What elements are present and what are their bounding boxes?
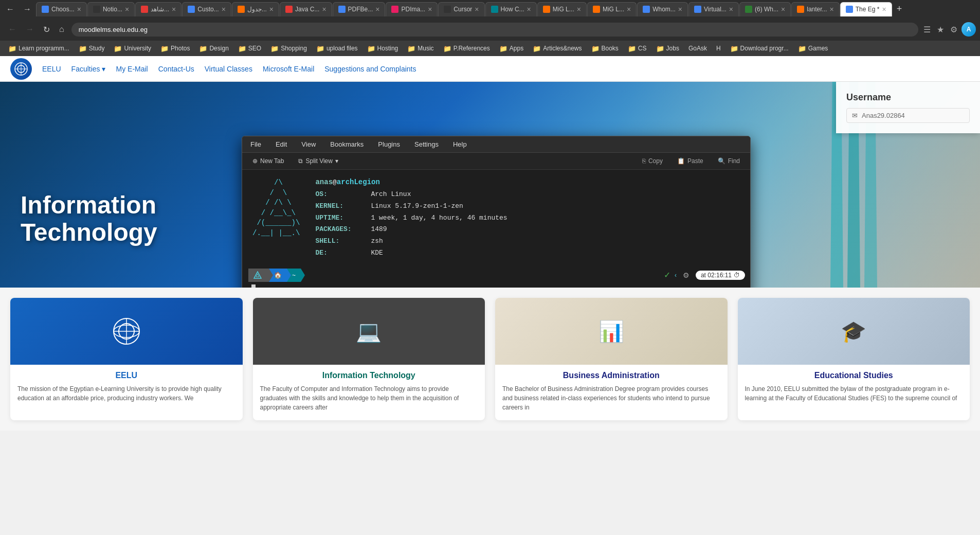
hero-title-line2: Technology bbox=[21, 219, 157, 246]
terminal-menu-view[interactable]: View bbox=[299, 139, 318, 149]
tab-3-close[interactable]: × bbox=[172, 5, 176, 13]
terminal-menu-edit[interactable]: Edit bbox=[274, 139, 289, 149]
nav-eelu[interactable]: EELU bbox=[42, 65, 61, 73]
settings-icon[interactable]: ⚙ bbox=[948, 22, 959, 37]
nav-email[interactable]: My E-Mail bbox=[116, 65, 148, 73]
back-button[interactable]: ← bbox=[4, 23, 21, 37]
tab-1-close[interactable]: × bbox=[77, 5, 81, 13]
paste-button[interactable]: 📋 Paste bbox=[673, 156, 707, 166]
tab-5-close[interactable]: × bbox=[269, 5, 274, 13]
nav-contact[interactable]: Contact-Us bbox=[158, 65, 194, 73]
terminal-input-line[interactable] bbox=[248, 284, 750, 288]
tab-10-close[interactable]: × bbox=[527, 5, 531, 13]
tab-9[interactable]: Cursor × bbox=[438, 2, 484, 16]
tab-12-close[interactable]: × bbox=[627, 5, 631, 13]
bm-music[interactable]: 📁 Music bbox=[403, 43, 438, 54]
bm-shopping[interactable]: 📁 Shopping bbox=[266, 43, 311, 54]
tab-9-close[interactable]: × bbox=[475, 5, 479, 13]
terminal-menu-settings[interactable]: Settings bbox=[412, 139, 441, 149]
tab-7-close[interactable]: × bbox=[375, 5, 379, 13]
reload-button[interactable]: ↻ bbox=[39, 23, 54, 37]
bm-learn[interactable]: 📁 Learn programm... bbox=[4, 43, 74, 54]
toolbar-icons: ☰ ★ ⚙ A bbox=[921, 22, 976, 37]
tab-17-active[interactable]: The Eg * × bbox=[840, 2, 892, 16]
new-tab-button[interactable]: + bbox=[893, 3, 906, 15]
tab-16[interactable]: lanter... × bbox=[791, 2, 840, 16]
tab-6[interactable]: Java C... × bbox=[280, 2, 332, 16]
tab-14[interactable]: Virtual... × bbox=[688, 2, 739, 16]
tab-4-close[interactable]: × bbox=[222, 5, 226, 13]
terminal-menu-file[interactable]: File bbox=[248, 139, 263, 149]
terminal-menu-bookmarks[interactable]: Bookmarks bbox=[328, 139, 366, 149]
tab-2-close[interactable]: × bbox=[125, 5, 129, 13]
bm-hosting[interactable]: 📁 Hosting bbox=[363, 43, 403, 54]
card-es-title[interactable]: Educational Studies bbox=[738, 371, 970, 380]
card-eelu-title[interactable]: EELU bbox=[10, 371, 243, 380]
sysinfo-shell: SHELL: zsh bbox=[315, 236, 740, 247]
bm-books[interactable]: 📁 Books bbox=[587, 43, 623, 54]
gear-icon[interactable]: ⚙ bbox=[681, 269, 692, 281]
tab-16-close[interactable]: × bbox=[830, 5, 834, 13]
tab-2[interactable]: Notio... × bbox=[87, 2, 135, 16]
card-it-title[interactable]: Information Technology bbox=[253, 371, 485, 380]
forward-button[interactable]: → bbox=[22, 23, 38, 37]
bm-h[interactable]: H bbox=[712, 43, 725, 53]
tab-7[interactable]: PDFBe... × bbox=[333, 2, 386, 16]
browser-forward-btn[interactable]: → bbox=[19, 3, 35, 16]
bm-university[interactable]: 📁 University bbox=[110, 43, 155, 54]
find-button[interactable]: 🔍 Find bbox=[714, 156, 744, 166]
tab-4[interactable]: Custo... × bbox=[182, 2, 231, 16]
bm-study[interactable]: 📁 Study bbox=[75, 43, 109, 54]
star-icon[interactable]: ★ bbox=[935, 22, 946, 37]
terminal-menu-help[interactable]: Help bbox=[451, 139, 469, 149]
home-button[interactable]: ⌂ bbox=[55, 23, 68, 37]
copy-button[interactable]: ⎘ Copy bbox=[638, 156, 667, 166]
extensions-icon[interactable]: ☰ bbox=[921, 22, 933, 37]
bm-games[interactable]: 📁 Games bbox=[794, 43, 832, 54]
browser-back-btn[interactable]: ← bbox=[2, 3, 19, 16]
terminal-prompt-area[interactable]: 🏠 ~ ✓ ‹ ⚙ at 02:16:11 ⏱ bbox=[242, 268, 750, 288]
bm-design[interactable]: 📁 Design bbox=[195, 43, 232, 54]
split-view-button[interactable]: ⧉ Split View ▾ bbox=[294, 156, 342, 166]
tab-11-close[interactable]: × bbox=[577, 5, 581, 13]
main-content: Information Technology Username ✉ Anas29… bbox=[0, 82, 980, 431]
tab-6-close[interactable]: × bbox=[322, 5, 326, 13]
tab-14-close[interactable]: × bbox=[729, 5, 733, 13]
bm-goask[interactable]: GoAsk bbox=[684, 43, 711, 53]
bm-jobs[interactable]: 📁 Jobs bbox=[652, 43, 683, 54]
tab-13-close[interactable]: × bbox=[678, 5, 682, 13]
tab-13[interactable]: Whom... × bbox=[637, 2, 688, 16]
bm-upload[interactable]: 📁 upload files bbox=[312, 43, 362, 54]
login-username-field[interactable]: ✉ Anas29.02864 bbox=[846, 108, 970, 123]
bm-university-icon: 📁 bbox=[114, 45, 122, 52]
bm-apps[interactable]: 📁 Apps bbox=[495, 43, 528, 54]
bm-photos[interactable]: 📁 Photos bbox=[156, 43, 194, 54]
bm-seo[interactable]: 📁 SEO bbox=[234, 43, 265, 54]
url-input[interactable] bbox=[71, 23, 918, 37]
tab-10[interactable]: How C... × bbox=[485, 2, 537, 16]
tab-8[interactable]: PDIma... × bbox=[386, 2, 438, 16]
tab-15-close[interactable]: × bbox=[781, 5, 785, 13]
tab-12[interactable]: MiG L... × bbox=[587, 2, 637, 16]
profile-avatar[interactable]: A bbox=[961, 22, 976, 37]
tab-3[interactable]: شاهد... × bbox=[135, 2, 182, 16]
tab-1[interactable]: Choos... × bbox=[36, 2, 87, 16]
tab-15[interactable]: (6) Wh... × bbox=[739, 2, 791, 16]
bm-learn-icon: 📁 bbox=[8, 45, 16, 52]
terminal-menu-plugins[interactable]: Plugins bbox=[376, 139, 402, 149]
bm-articles[interactable]: 📁 Articles&news bbox=[529, 43, 586, 54]
tab-8-close[interactable]: × bbox=[428, 5, 432, 13]
tab-11[interactable]: MiG L... × bbox=[537, 2, 587, 16]
nav-virtual[interactable]: Virtual Classes bbox=[205, 65, 252, 73]
bm-download[interactable]: 📁 Download progr... bbox=[726, 43, 793, 54]
tab-17-close[interactable]: × bbox=[882, 5, 886, 13]
nav-ms-email[interactable]: Microsoft E-Mail bbox=[263, 65, 314, 73]
nav-suggestions[interactable]: Suggestions and Complaints bbox=[324, 65, 416, 73]
tab-5[interactable]: جدول... × bbox=[232, 2, 279, 16]
bm-preferences[interactable]: 📁 P.References bbox=[439, 43, 494, 54]
bm-cs[interactable]: 📁 CS bbox=[624, 43, 651, 54]
card-ba-title[interactable]: Business Administration bbox=[495, 371, 728, 380]
tab-13-favicon bbox=[643, 6, 650, 13]
nav-faculties[interactable]: Faculties ▾ bbox=[71, 65, 106, 73]
new-tab-button[interactable]: ⊕ New Tab bbox=[248, 156, 288, 166]
